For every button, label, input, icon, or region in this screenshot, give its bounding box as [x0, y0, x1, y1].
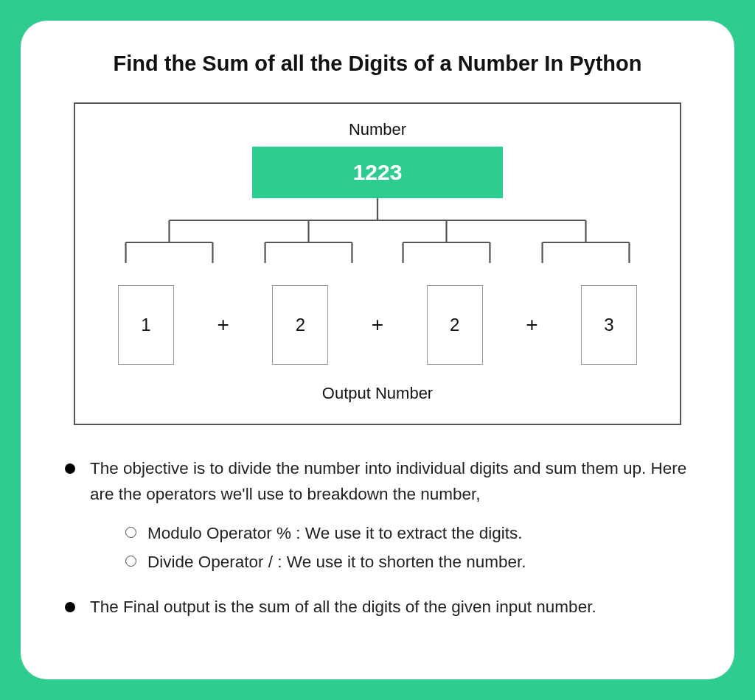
- plus-operator: +: [217, 313, 229, 337]
- bullet-list: The objective is to divide the number in…: [59, 456, 696, 620]
- output-label: Output Number: [100, 384, 655, 403]
- content-card: Find the Sum of all the Digits of a Numb…: [21, 21, 734, 679]
- digit-box: 3: [581, 285, 637, 365]
- sub-list: Modulo Operator % : We use it to extract…: [90, 521, 696, 575]
- page-title: Find the Sum of all the Digits of a Numb…: [59, 52, 696, 76]
- digits-row: 1 + 2 + 2 + 3: [100, 285, 655, 365]
- number-box: 1223: [252, 147, 503, 198]
- plus-operator: +: [372, 313, 383, 337]
- diagram-frame: Number 1223: [74, 102, 681, 425]
- plus-operator: +: [526, 313, 537, 337]
- sub-list-item: Modulo Operator % : We use it to extract…: [125, 521, 696, 547]
- list-item: The Final output is the sum of all the d…: [59, 595, 696, 620]
- digit-box: 2: [427, 285, 483, 365]
- list-item: The objective is to divide the number in…: [59, 456, 696, 575]
- list-item-text: The objective is to divide the number in…: [90, 459, 686, 503]
- tree-connector-icon: [100, 198, 655, 287]
- sub-list-item: Divide Operator / : We use it to shorten…: [125, 550, 696, 575]
- number-label: Number: [100, 120, 655, 139]
- digit-box: 2: [272, 285, 328, 365]
- digit-box: 1: [118, 285, 174, 365]
